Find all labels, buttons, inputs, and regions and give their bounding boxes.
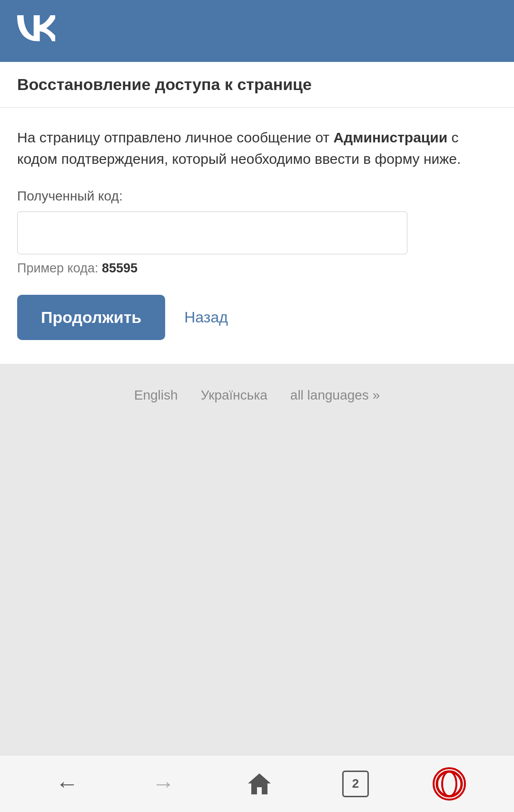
footer-section: English Українська all languages » (0, 364, 514, 427)
gray-spacer (0, 427, 514, 755)
browser-nav: ← → 2 (0, 755, 514, 812)
back-button[interactable]: ← (48, 765, 86, 803)
tabs-button[interactable]: 2 (336, 765, 375, 803)
code-example-prefix: Пример кода: (17, 261, 102, 275)
page-title-bar: Восстановление доступа к странице (0, 62, 514, 108)
code-example: Пример кода: 85595 (17, 261, 497, 276)
tab-count: 2 (342, 771, 369, 797)
main-content: На страницу отправлено личное сообщение … (0, 108, 514, 364)
language-all[interactable]: all languages » (290, 388, 380, 403)
code-label: Полученный код: (17, 189, 497, 204)
description-part1: На страницу отправлено личное сообщение … (17, 130, 334, 145)
page-title: Восстановление доступа к странице (17, 75, 312, 93)
vk-logo (17, 14, 55, 48)
language-ukrainian[interactable]: Українська (201, 388, 267, 403)
svg-point-1 (442, 772, 456, 796)
continue-button[interactable]: Продолжить (17, 295, 165, 340)
code-input[interactable] (17, 211, 407, 254)
back-link[interactable]: Назад (184, 309, 228, 326)
code-example-value: 85595 (102, 261, 138, 275)
opera-menu-button[interactable] (433, 767, 466, 801)
home-button[interactable] (240, 765, 278, 803)
language-english[interactable]: English (134, 388, 178, 403)
description-text: На страницу отправлено личное сообщение … (17, 127, 497, 170)
buttons-row: Продолжить Назад (17, 295, 497, 340)
vk-header (0, 0, 514, 62)
forward-button[interactable]: → (144, 765, 182, 803)
description-bold: Администрации (334, 130, 448, 145)
